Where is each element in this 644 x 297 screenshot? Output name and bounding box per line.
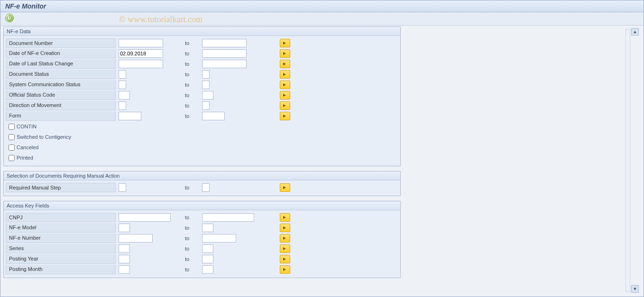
to-label: to xyxy=(185,82,199,88)
nfe-model-from-input[interactable] xyxy=(119,224,130,232)
direction-to-input[interactable] xyxy=(202,101,210,110)
to-label: to xyxy=(185,256,199,262)
arrow-right-icon xyxy=(283,226,287,230)
arrow-right-icon xyxy=(283,236,287,240)
group-nfe-data-title: NF-e Data xyxy=(4,27,400,36)
printed-checkbox[interactable] xyxy=(9,155,15,161)
form-from-input[interactable] xyxy=(119,112,141,120)
row-date-last-change: Date of Last Status Change to xyxy=(6,59,398,69)
multi-select-button[interactable] xyxy=(280,255,290,263)
syscomm-from-input[interactable] xyxy=(119,81,126,89)
multi-select-button[interactable] xyxy=(280,112,290,120)
series-from-input[interactable] xyxy=(119,244,130,253)
row-form: Form to xyxy=(6,111,398,121)
date-last-change-from-input[interactable] xyxy=(119,60,163,68)
to-label: to xyxy=(185,185,199,190)
row-series: Series to xyxy=(6,243,398,254)
canceled-label: Canceled xyxy=(17,144,38,150)
multi-select-button[interactable] xyxy=(280,265,290,274)
to-label: to xyxy=(185,61,199,67)
group-access-key: Access Key Fields CNPJ to NF-e Model to xyxy=(3,201,401,278)
label-syscomm-status: System Communication Status xyxy=(6,80,116,90)
direction-from-input[interactable] xyxy=(119,101,126,110)
group-access-key-title: Access Key Fields xyxy=(4,201,400,210)
required-manual-to-input[interactable] xyxy=(202,183,210,192)
row-syscomm-status: System Communication Status to xyxy=(6,80,398,90)
toolbar xyxy=(0,12,644,26)
series-to-input[interactable] xyxy=(202,244,213,253)
date-creation-to-input[interactable] xyxy=(202,49,247,58)
multi-select-button[interactable] xyxy=(280,234,290,243)
posting-month-from-input[interactable] xyxy=(119,265,130,274)
arrow-right-icon xyxy=(283,93,287,97)
document-status-to-input[interactable] xyxy=(202,70,210,79)
date-last-change-to-input[interactable] xyxy=(202,60,247,68)
label-document-status: Document Status xyxy=(6,70,116,79)
multi-select-button[interactable] xyxy=(280,183,290,192)
official-code-to-input[interactable] xyxy=(202,91,213,99)
nfe-number-from-input[interactable] xyxy=(119,234,153,243)
canceled-checkbox[interactable] xyxy=(9,144,15,151)
switched-checkbox[interactable] xyxy=(9,134,15,140)
multi-select-button[interactable] xyxy=(280,70,290,79)
label-form: Form xyxy=(6,111,116,121)
to-label: to xyxy=(185,51,199,56)
multi-select-button[interactable] xyxy=(280,39,290,47)
group-manual-title: Selection of Documents Requiring Manual … xyxy=(4,171,400,180)
label-nfe-number: NF-e Number xyxy=(6,234,116,243)
page-title: NF-e Monitor xyxy=(0,0,644,12)
posting-year-to-input[interactable] xyxy=(202,255,213,263)
cnpj-to-input[interactable] xyxy=(202,213,254,222)
group-manual-action: Selection of Documents Requiring Manual … xyxy=(3,171,401,196)
inner-scroll-track[interactable] xyxy=(626,29,630,292)
to-label: to xyxy=(185,103,199,108)
switched-label: Switched to Contigency xyxy=(17,134,71,140)
to-label: to xyxy=(185,215,199,220)
row-document-status: Document Status to xyxy=(6,69,398,80)
row-official-code: Official Status Code to xyxy=(6,90,398,100)
to-label: to xyxy=(185,92,199,98)
app-window: NF-e Monitor © www.tutorialkart.com NF-e… xyxy=(0,0,644,297)
scroll-down-button[interactable]: ▼ xyxy=(631,285,639,293)
to-label: to xyxy=(185,40,199,46)
contin-checkbox[interactable] xyxy=(9,124,15,130)
contin-label: CONTIN xyxy=(17,124,37,129)
to-label: to xyxy=(185,113,199,119)
document-status-from-input[interactable] xyxy=(119,70,126,79)
nfe-number-to-input[interactable] xyxy=(202,234,236,243)
cnpj-from-input[interactable] xyxy=(119,213,171,222)
multi-select-button[interactable] xyxy=(280,224,290,232)
form-to-input[interactable] xyxy=(202,112,225,120)
posting-month-to-input[interactable] xyxy=(202,265,213,274)
multi-select-button[interactable] xyxy=(280,244,290,253)
content-area: NF-e Data Document Number to Date of NF-… xyxy=(3,27,641,294)
group-nfe-data: NF-e Data Document Number to Date of NF-… xyxy=(3,27,401,166)
required-manual-from-input[interactable] xyxy=(119,183,126,192)
arrow-right-icon xyxy=(283,83,287,87)
posting-year-from-input[interactable] xyxy=(119,255,130,263)
multi-select-button[interactable] xyxy=(280,49,290,58)
scroll-up-button[interactable]: ▲ xyxy=(631,28,639,36)
printed-label: Printed xyxy=(17,155,33,161)
arrow-right-icon xyxy=(283,257,287,261)
row-canceled: Canceled xyxy=(6,142,398,153)
row-posting-month: Posting Month to xyxy=(6,264,398,275)
multi-select-button[interactable] xyxy=(280,81,290,89)
multi-select-button[interactable] xyxy=(280,91,290,99)
nfe-model-to-input[interactable] xyxy=(202,224,213,232)
arrow-right-icon xyxy=(283,41,287,45)
document-number-to-input[interactable] xyxy=(202,39,247,47)
row-date-creation: Date of NF-e Creation to xyxy=(6,48,398,59)
label-posting-month: Posting Month xyxy=(6,265,116,274)
label-date-creation: Date of NF-e Creation xyxy=(6,49,116,58)
syscomm-to-input[interactable] xyxy=(202,81,210,89)
official-code-from-input[interactable] xyxy=(119,91,130,99)
date-creation-from-input[interactable] xyxy=(119,49,163,58)
execute-button[interactable] xyxy=(5,14,14,22)
document-number-from-input[interactable] xyxy=(119,39,163,47)
multi-select-button[interactable] xyxy=(280,213,290,222)
row-direction-movement: Direction of Movement to xyxy=(6,100,398,111)
multi-select-button[interactable] xyxy=(280,101,290,110)
multi-select-button[interactable] xyxy=(280,60,290,68)
label-date-last-change: Date of Last Status Change xyxy=(6,59,116,69)
